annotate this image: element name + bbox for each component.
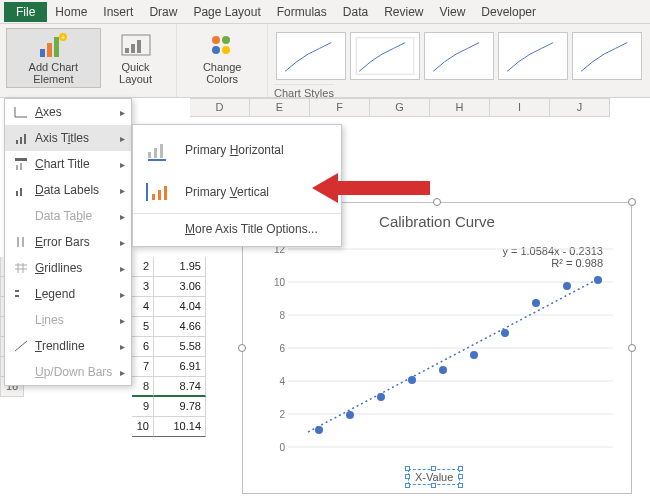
tab-review[interactable]: Review <box>376 2 431 22</box>
add-chart-element-icon: + <box>37 31 69 59</box>
chart-style-thumb[interactable] <box>498 32 568 80</box>
svg-point-51 <box>346 411 354 419</box>
chart-style-thumb[interactable] <box>276 32 346 80</box>
primary-horizontal-icon <box>143 136 175 164</box>
axis-titles-submenu: Primary Horizontal Primary Vertical More… <box>132 124 342 247</box>
menu-item-gridlines[interactable]: Gridlines▸ <box>5 255 131 281</box>
menu-item-chart-title[interactable]: Chart Title▸ <box>5 151 131 177</box>
svg-point-56 <box>501 329 509 337</box>
callout-arrow <box>312 171 432 205</box>
svg-point-55 <box>470 351 478 359</box>
submenu-primary-vertical[interactable]: Primary Vertical <box>133 171 341 213</box>
chart-style-thumb[interactable] <box>424 32 494 80</box>
menu-item-data-table: Data Table▸ <box>5 203 131 229</box>
quick-layout-icon <box>120 31 152 59</box>
svg-rect-33 <box>146 183 148 201</box>
menu-item-legend[interactable]: Legend▸ <box>5 281 131 307</box>
primary-vertical-icon <box>143 178 175 206</box>
svg-rect-21 <box>20 188 22 196</box>
svg-point-59 <box>594 276 602 284</box>
tab-home[interactable]: Home <box>47 2 95 22</box>
menu-item-data-labels[interactable]: Data Labels▸ <box>5 177 131 203</box>
change-colors-button[interactable]: Change Colors <box>183 28 261 88</box>
svg-rect-25 <box>15 295 19 297</box>
menu-item-trendline[interactable]: Trendline▸ <box>5 333 131 359</box>
menu-bar: File Home Insert Draw Page Layout Formul… <box>0 0 650 24</box>
tab-draw[interactable]: Draw <box>141 2 185 22</box>
svg-point-54 <box>439 366 447 374</box>
chart-plot-area[interactable]: 12108 642 0 <box>263 239 618 464</box>
svg-text:+: + <box>61 33 66 42</box>
svg-rect-6 <box>125 48 129 53</box>
svg-rect-27 <box>154 148 157 158</box>
menu-item-lines: Lines▸ <box>5 307 131 333</box>
menu-item-axis-titles[interactable]: Axis Titles▸ <box>5 125 131 151</box>
svg-rect-8 <box>137 40 141 53</box>
svg-rect-30 <box>152 194 155 200</box>
menu-item-error-bars[interactable]: Error Bars▸ <box>5 229 131 255</box>
svg-rect-1 <box>47 43 52 57</box>
submenu-label: Primary Horizontal <box>185 143 284 157</box>
svg-rect-2 <box>54 37 59 57</box>
svg-rect-31 <box>158 190 161 200</box>
svg-rect-20 <box>16 191 18 196</box>
svg-point-12 <box>222 46 230 54</box>
svg-rect-29 <box>148 159 166 161</box>
chart-title-icon <box>11 155 31 173</box>
svg-rect-7 <box>131 44 135 53</box>
svg-point-53 <box>408 376 416 384</box>
svg-rect-26 <box>148 152 151 158</box>
svg-rect-19 <box>20 163 22 170</box>
submenu-more-options[interactable]: More Axis Title Options... <box>133 213 341 242</box>
add-chart-element-menu: Axes▸ Axis Titles▸ Chart Title▸ Data Lab… <box>4 98 132 386</box>
change-colors-icon <box>206 31 238 59</box>
tab-view[interactable]: View <box>432 2 474 22</box>
tab-insert[interactable]: Insert <box>95 2 141 22</box>
menu-item-updown-bars: Up/Down Bars▸ <box>5 359 131 385</box>
submenu-label: Primary Vertical <box>185 185 269 199</box>
tab-developer[interactable]: Developer <box>473 2 544 22</box>
svg-point-57 <box>532 299 540 307</box>
svg-rect-16 <box>24 134 26 144</box>
svg-text:4: 4 <box>279 376 285 387</box>
add-chart-element-button[interactable]: + Add Chart Element <box>6 28 101 88</box>
svg-rect-32 <box>164 186 167 200</box>
svg-marker-34 <box>312 173 430 203</box>
svg-point-9 <box>212 36 220 44</box>
gridlines-icon <box>11 259 31 277</box>
axes-icon <box>11 103 31 121</box>
tab-data[interactable]: Data <box>335 2 376 22</box>
x-axis-title[interactable]: X-Value <box>408 469 460 485</box>
axis-titles-icon <box>11 129 31 147</box>
svg-rect-18 <box>16 165 18 170</box>
svg-rect-13 <box>356 38 414 74</box>
chart-style-thumb[interactable] <box>572 32 642 80</box>
data-labels-icon <box>11 181 31 199</box>
svg-rect-24 <box>15 290 19 292</box>
tab-file[interactable]: File <box>4 2 47 22</box>
svg-rect-17 <box>15 158 27 161</box>
change-colors-label: Change Colors <box>190 61 254 85</box>
add-chart-element-label: Add Chart Element <box>13 61 94 85</box>
svg-point-50 <box>315 426 323 434</box>
legend-icon <box>11 285 31 303</box>
trendline-icon <box>11 337 31 355</box>
svg-line-49 <box>308 279 598 432</box>
chevron-right-icon: ▸ <box>120 107 125 118</box>
svg-rect-28 <box>160 144 163 158</box>
tab-page-layout[interactable]: Page Layout <box>185 2 268 22</box>
menu-item-axes[interactable]: Axes▸ <box>5 99 131 125</box>
error-bars-icon <box>11 233 31 251</box>
quick-layout-button[interactable]: Quick Layout <box>101 28 171 88</box>
tab-formulas[interactable]: Formulas <box>269 2 335 22</box>
svg-point-58 <box>563 282 571 290</box>
svg-text:10: 10 <box>274 277 286 288</box>
chart-styles-gallery[interactable] <box>274 28 644 84</box>
quick-layout-label: Quick Layout <box>108 61 164 85</box>
svg-text:2: 2 <box>279 409 285 420</box>
svg-point-11 <box>212 46 220 54</box>
ribbon: + Add Chart Element Quick Layout Change … <box>0 24 650 98</box>
svg-rect-14 <box>16 140 18 144</box>
submenu-primary-horizontal[interactable]: Primary Horizontal <box>133 129 341 171</box>
chart-style-thumb[interactable] <box>350 32 420 80</box>
